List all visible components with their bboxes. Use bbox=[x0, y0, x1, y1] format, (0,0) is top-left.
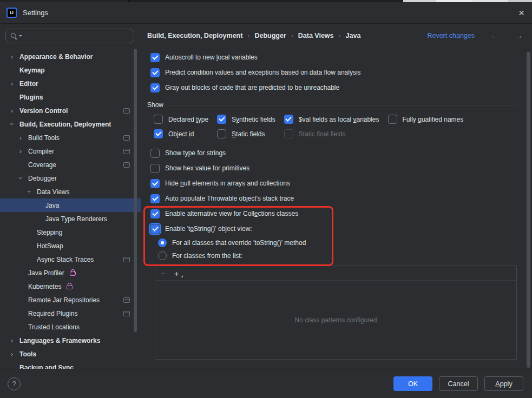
chevron-right-icon[interactable]: › bbox=[9, 337, 15, 344]
breadcrumb-item[interactable]: Data Views bbox=[298, 32, 334, 39]
checkbox-row-auto-populate-throwable[interactable]: Auto populate Throwable object's stack t… bbox=[147, 191, 517, 206]
sidebar-item-build-execution-deployment[interactable]: ›Build, Execution, Deployment bbox=[0, 117, 141, 131]
remove-icon[interactable]: − bbox=[161, 269, 166, 277]
chevron-right-icon[interactable]: › bbox=[9, 80, 15, 87]
sidebar-item-hotswap[interactable]: HotSwap bbox=[0, 239, 141, 253]
sidebar-item-keymap[interactable]: Keymap bbox=[0, 63, 141, 77]
checkbox-checked[interactable] bbox=[150, 209, 160, 218]
header-row: Build, Execution, Deployment › Debugger … bbox=[0, 24, 532, 48]
close-icon[interactable]: × bbox=[518, 8, 524, 18]
radio-selected[interactable] bbox=[158, 238, 167, 247]
main-scrollbar[interactable] bbox=[527, 52, 530, 368]
help-icon[interactable]: ? bbox=[8, 377, 21, 390]
chevron-down-icon[interactable]: › bbox=[26, 189, 33, 195]
breadcrumb-item[interactable]: Java bbox=[346, 32, 361, 39]
checkbox-unchecked[interactable] bbox=[150, 149, 160, 158]
checkbox-checked[interactable] bbox=[150, 83, 160, 92]
chevron-down-icon[interactable]: › bbox=[9, 121, 16, 128]
apply-button[interactable]: Apply bbox=[484, 376, 523, 391]
checkbox-row-declared-type[interactable]: Declared type bbox=[154, 112, 208, 127]
checkbox-row-autoscroll[interactable]: Autoscroll to new local variables bbox=[147, 50, 517, 65]
sidebar-item-build-tools[interactable]: ›Build Tools bbox=[0, 131, 141, 144]
checkbox-row-object-id[interactable]: Object id bbox=[154, 127, 208, 141]
sidebar-item-java-type-renderers[interactable]: Java Type Renderers bbox=[0, 212, 141, 225]
checkbox-checked[interactable] bbox=[150, 179, 160, 188]
radio-unselected[interactable] bbox=[158, 251, 167, 260]
checkbox-row-alternative-collections-view[interactable]: Enable alternative view for Collections … bbox=[147, 206, 517, 221]
tree-label: Build Tools bbox=[28, 134, 60, 142]
checkbox-checked[interactable] bbox=[150, 53, 160, 62]
breadcrumb: Build, Execution, Deployment › Debugger … bbox=[141, 31, 532, 41]
checkbox-checked[interactable] bbox=[150, 194, 160, 203]
logo-text: IJ bbox=[10, 10, 14, 15]
search-input[interactable] bbox=[25, 32, 129, 39]
chevron-right-icon[interactable]: › bbox=[9, 53, 15, 60]
checkbox-row-val-fields[interactable]: $val fields as local variables bbox=[284, 112, 379, 127]
chevron-right-icon[interactable]: › bbox=[17, 148, 24, 155]
checkbox-row-predict-conditions[interactable]: Predict condition values and exceptions … bbox=[147, 65, 517, 80]
checkbox-row-show-hex-primitives[interactable]: Show hex value for primitives bbox=[147, 161, 517, 176]
checkbox-unchecked[interactable] bbox=[388, 115, 397, 124]
lock-icon bbox=[70, 271, 76, 276]
ok-button[interactable]: OK bbox=[393, 376, 432, 391]
sidebar-item-data-views[interactable]: ›Data Views bbox=[0, 185, 141, 198]
cancel-button[interactable]: Cancel bbox=[439, 376, 478, 391]
sidebar-item-backup-and-sync[interactable]: Backup and Sync bbox=[0, 361, 141, 369]
tree-label: Remote Jar Repositories bbox=[28, 296, 100, 304]
tree-label: Data Views bbox=[37, 188, 69, 196]
breadcrumb-item[interactable]: Debugger bbox=[254, 32, 286, 39]
checkbox-row-hide-null-elements[interactable]: Hide null elements in arrays and collect… bbox=[147, 176, 517, 191]
checkbox-row-synthetic-fields[interactable]: Synthetic fields bbox=[217, 112, 275, 127]
tree-label: Keymap bbox=[19, 67, 45, 74]
checkbox-checked[interactable] bbox=[150, 68, 160, 77]
search-history-caret-icon[interactable] bbox=[19, 35, 22, 37]
breadcrumb-item[interactable]: Build, Execution, Deployment bbox=[147, 32, 242, 39]
chevron-down-icon[interactable]: › bbox=[17, 175, 24, 182]
sidebar-item-required-plugins[interactable]: Required Plugins bbox=[0, 307, 141, 320]
tree-label: Async Stack Traces bbox=[37, 256, 94, 263]
radio-row-classes-from-list[interactable]: For classes from the list: bbox=[147, 249, 517, 262]
sidebar-item-async-stack-traces[interactable]: Async Stack Traces bbox=[0, 253, 141, 266]
radio-row-all-classes-override[interactable]: For all classes that override 'toString(… bbox=[147, 236, 517, 249]
checkbox-row-static-fields[interactable]: Static fields bbox=[217, 127, 275, 141]
chevron-right-icon[interactable]: › bbox=[9, 350, 15, 357]
sidebar-scrollbar[interactable] bbox=[134, 49, 137, 332]
sidebar-item-tools[interactable]: ›Tools bbox=[0, 347, 141, 361]
checkbox-unchecked[interactable] bbox=[150, 164, 160, 173]
checkbox-unchecked[interactable] bbox=[154, 115, 163, 124]
sidebar-item-debugger[interactable]: ›Debugger bbox=[0, 171, 141, 185]
checkbox-unchecked[interactable] bbox=[217, 129, 226, 138]
tree-label: Java Profiler bbox=[28, 269, 64, 277]
sidebar-item-coverage[interactable]: Coverage bbox=[0, 158, 141, 171]
tree-label: Build, Execution, Deployment bbox=[19, 121, 111, 128]
checkbox-row-gray-out-unreachable[interactable]: Gray out blocks of code that are predict… bbox=[147, 80, 517, 95]
sidebar-item-plugins[interactable]: Plugins bbox=[0, 90, 141, 104]
add-icon[interactable]: + bbox=[174, 269, 179, 277]
sidebar-item-java-profiler[interactable]: Java Profiler bbox=[0, 266, 141, 280]
sidebar-item-version-control[interactable]: ›Version Control bbox=[0, 104, 141, 117]
sidebar-item-java[interactable]: Java bbox=[0, 198, 141, 212]
chevron-right-icon[interactable]: › bbox=[9, 107, 15, 114]
search-icon bbox=[10, 32, 17, 39]
checkbox-checked[interactable] bbox=[284, 115, 293, 124]
sidebar-item-kubernetes[interactable]: Kubernetes bbox=[0, 280, 141, 293]
sidebar-item-editor[interactable]: ›Editor bbox=[0, 77, 141, 90]
checkbox-row-fully-qualified-names[interactable]: Fully qualified names bbox=[388, 112, 464, 127]
checkbox-checked[interactable] bbox=[154, 129, 163, 138]
search-box[interactable] bbox=[5, 29, 134, 43]
sidebar-item-trusted-locations[interactable]: Trusted Locations bbox=[0, 320, 141, 334]
sidebar-item-stepping[interactable]: Stepping bbox=[0, 225, 141, 239]
checkbox-row-show-type-strings[interactable]: Show type for strings bbox=[147, 145, 517, 161]
sidebar-item-appearance-behavior[interactable]: ›Appearance & Behavior bbox=[0, 50, 141, 63]
tree-label: Debugger bbox=[28, 175, 57, 182]
chevron-right-icon[interactable]: › bbox=[17, 134, 24, 141]
forward-arrow-icon[interactable]: → bbox=[515, 31, 523, 41]
sidebar-item-languages-frameworks[interactable]: ›Languages & Frameworks bbox=[0, 334, 141, 347]
checkbox-checked-focused[interactable] bbox=[150, 224, 160, 234]
revert-changes-link[interactable]: Revert changes bbox=[427, 32, 475, 39]
checkbox-checked[interactable] bbox=[217, 115, 226, 124]
back-arrow-icon[interactable]: ← bbox=[490, 31, 499, 41]
sidebar-item-compiler[interactable]: ›Compiler bbox=[0, 144, 141, 158]
checkbox-row-enable-tostring-view[interactable]: Enable 'toString()' object view: bbox=[147, 221, 517, 236]
sidebar-item-remote-jar-repositories[interactable]: Remote Jar Repositories bbox=[0, 293, 141, 307]
